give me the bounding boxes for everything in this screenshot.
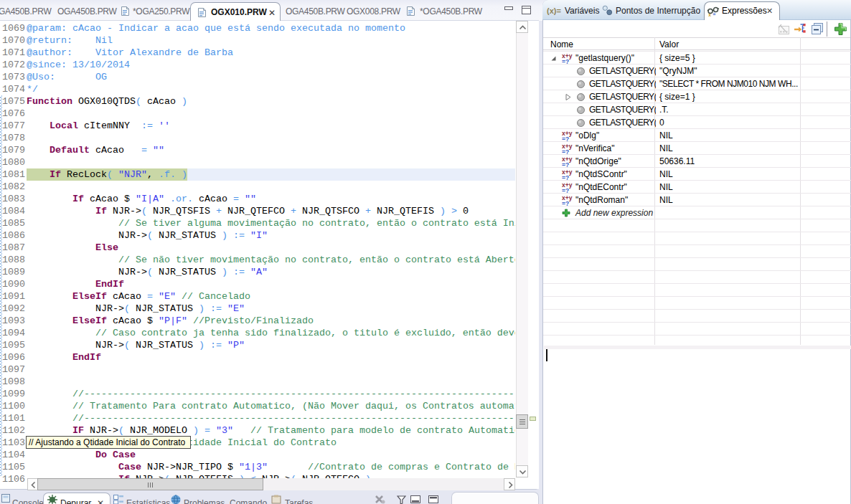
svg-text:=?: =? [562, 200, 569, 206]
svg-text:=?: =? [562, 148, 569, 155]
svg-text:=?: =? [562, 174, 569, 181]
svg-text:x: x [708, 12, 711, 16]
svg-text:=?: =? [562, 187, 569, 194]
svg-text:=?: =? [562, 58, 569, 65]
svg-text:=: = [713, 11, 716, 16]
svg-text:=?: =? [562, 135, 569, 142]
svg-text:=?: =? [562, 161, 569, 168]
